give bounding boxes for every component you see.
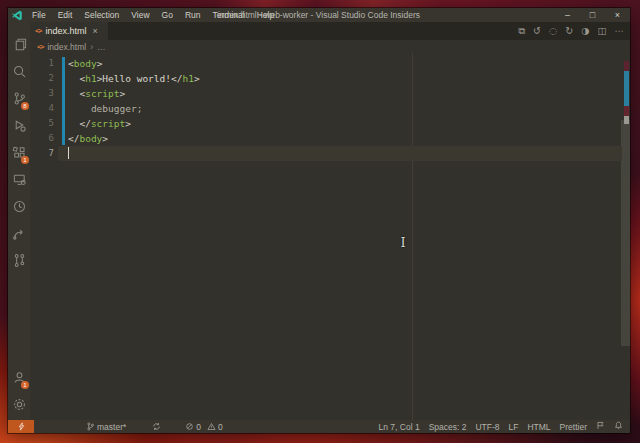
run-debug-icon[interactable]	[8, 112, 30, 139]
accounts-icon[interactable]: 1	[8, 364, 30, 391]
line-text: </body>	[68, 133, 108, 144]
source-control-icon[interactable]: 8	[8, 85, 30, 112]
explorer-icon[interactable]	[8, 31, 30, 58]
sync-changes-icon[interactable]	[152, 422, 161, 431]
source-control-badge: 8	[21, 102, 29, 110]
notifications-bell-icon[interactable]	[614, 421, 623, 432]
code-line-1[interactable]: 1<body>	[30, 56, 630, 71]
line-text: <h1>Hello world!</h1>	[68, 73, 200, 84]
mouse-cursor-ibeam: I	[398, 235, 408, 251]
menu-selection[interactable]: Selection	[78, 8, 125, 22]
line-number[interactable]: 3	[30, 86, 54, 101]
title-bar: FileEditSelectionViewGoRunTerminalHelp i…	[8, 8, 630, 22]
code-area[interactable]: 1<body>2 <h1>Hello world!</h1>3 <script>…	[30, 53, 630, 420]
breadcrumb-separator: ›	[90, 42, 93, 52]
code-line-3[interactable]: 3 <script>	[30, 86, 630, 101]
navigate-back-icon[interactable]: ↺	[533, 22, 541, 40]
menu-file[interactable]: File	[26, 8, 52, 22]
status-right-items: Ln 7, Col 1Spaces: 2UTF-8LFHTMLPrettier	[379, 422, 588, 432]
commit-graph-icon[interactable]	[8, 247, 30, 274]
breadcrumb-symbol[interactable]: …	[97, 42, 106, 52]
search-icon[interactable]	[8, 58, 30, 85]
status-utf-8[interactable]: UTF-8	[475, 422, 499, 432]
status-bar: master* 0 0 Ln 7, Col 1Spaces: 2UTF-8LFH…	[8, 420, 630, 433]
line-number[interactable]: 7	[30, 146, 54, 161]
editor-actions: ⧉↺◌↻◑◫⋯	[518, 22, 624, 40]
activity-bar: 8 1 1	[8, 22, 30, 420]
menu-edit[interactable]: Edit	[52, 8, 79, 22]
line-number[interactable]: 6	[30, 131, 54, 146]
text-caret	[68, 147, 69, 159]
code-line-5[interactable]: 5 </script>	[30, 116, 630, 131]
menu-run[interactable]: Run	[179, 8, 207, 22]
line-text: </script>	[68, 118, 131, 129]
line-text: <body>	[68, 58, 102, 69]
tab-bar: <> index.html × ⧉↺◌↻◑◫⋯	[30, 22, 630, 40]
extensions-badge: 1	[21, 156, 29, 164]
run-icon[interactable]: ◑	[581, 22, 589, 40]
status-html[interactable]: HTML	[527, 422, 550, 432]
menu-view[interactable]: View	[125, 8, 155, 22]
code-line-6[interactable]: 6</body>	[30, 131, 630, 146]
close-button[interactable]: ×	[605, 8, 630, 22]
code-line-4[interactable]: 4 debugger;	[30, 101, 630, 116]
line-number[interactable]: 2	[30, 71, 54, 86]
tab-close-icon[interactable]: ×	[92, 26, 97, 36]
line-number[interactable]: 4	[30, 101, 54, 116]
code-line-7[interactable]: 7	[30, 146, 630, 161]
settings-gear-icon[interactable]	[8, 391, 30, 418]
menu-go[interactable]: Go	[156, 8, 179, 22]
tab-label: index.html	[45, 26, 86, 36]
html-file-icon: <>	[35, 27, 41, 35]
more-actions-icon[interactable]: ⋯	[615, 22, 625, 40]
window-controls: – □ ×	[555, 8, 630, 22]
breadcrumb: <> index.html › …	[30, 40, 630, 53]
breadcrumb-file[interactable]: index.html	[47, 42, 86, 52]
share-icon[interactable]	[8, 220, 30, 247]
tab-index-html[interactable]: <> index.html ×	[30, 22, 108, 40]
line-text: debugger;	[68, 103, 142, 114]
split-editor-icon[interactable]: ◫	[598, 22, 607, 40]
vscode-window: FileEditSelectionViewGoRunTerminalHelp i…	[8, 8, 630, 433]
line-text: <script>	[68, 88, 125, 99]
status-lf[interactable]: LF	[509, 422, 519, 432]
activity-bar-bottom: 1	[8, 364, 30, 418]
line-number[interactable]: 1	[30, 56, 54, 71]
problems-item[interactable]: 0 0	[185, 422, 222, 432]
status-ln-7-col-1[interactable]: Ln 7, Col 1	[379, 422, 420, 432]
breadcrumb-file-icon: <>	[37, 43, 43, 51]
remote-explorer-icon[interactable]	[8, 166, 30, 193]
code-line-2[interactable]: 2 <h1>Hello world!</h1>	[30, 71, 630, 86]
feedback-icon[interactable]	[596, 421, 605, 432]
line-number[interactable]: 5	[30, 116, 54, 131]
status-left: master* 0 0	[8, 420, 223, 433]
modified-lines-gutter	[62, 57, 65, 145]
maximize-button[interactable]: □	[580, 8, 605, 22]
current-location-icon[interactable]: ◌	[549, 22, 557, 40]
accounts-badge: 1	[21, 381, 29, 389]
status-right: Ln 7, Col 1Spaces: 2UTF-8LFHTMLPrettier	[379, 421, 631, 432]
navigate-forward-icon[interactable]: ↻	[565, 22, 573, 40]
git-branch-label: master*	[97, 422, 126, 432]
vscode-insiders-logo-icon	[8, 10, 26, 21]
remote-indicator[interactable]	[8, 420, 34, 433]
minimize-button[interactable]: –	[555, 8, 580, 22]
status-prettier[interactable]: Prettier	[560, 422, 587, 432]
window-title: index.html - web-worker - Visual Studio …	[218, 10, 420, 20]
warnings-count: 0	[218, 422, 223, 432]
status-spaces-2[interactable]: Spaces: 2	[429, 422, 467, 432]
git-branch-item[interactable]: master*	[86, 422, 126, 432]
extensions-icon[interactable]: 1	[8, 139, 30, 166]
errors-count: 0	[196, 422, 201, 432]
clock-history-icon[interactable]	[8, 193, 30, 220]
open-changes-icon[interactable]: ⧉	[518, 22, 525, 40]
